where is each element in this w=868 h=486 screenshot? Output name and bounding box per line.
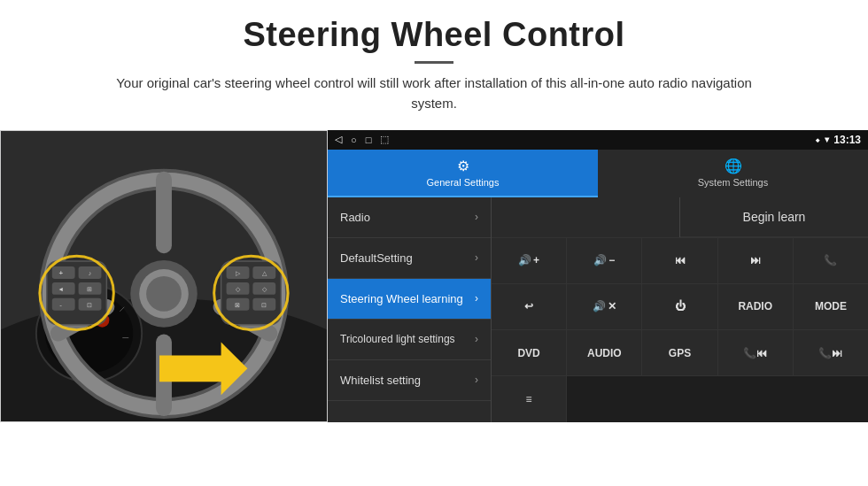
steering-wheel-image: + ◄ - ♪ ⊞ ⊡ ▷ ◇ ⊠ △ ◇ ⊡ xyxy=(0,130,328,422)
svg-rect-24 xyxy=(52,297,75,310)
radio-button[interactable]: RADIO xyxy=(718,284,794,329)
svg-text:⊠: ⊠ xyxy=(235,301,240,307)
vol-up-button[interactable]: 🔊+ xyxy=(492,238,567,283)
general-settings-icon: ⚙ xyxy=(457,158,469,174)
power-button[interactable]: ⏻ xyxy=(642,284,717,329)
tab-general-settings[interactable]: ⚙ General Settings xyxy=(328,150,598,197)
time-display: 13:13 xyxy=(833,134,861,146)
phone-prev-icon: 📞⏮ xyxy=(743,347,767,359)
status-left: ◁ ○ □ ⬚ xyxy=(335,134,389,145)
hang-up-icon: ↩ xyxy=(524,300,533,312)
gps-label: GPS xyxy=(669,347,691,359)
right-controls: Begin learn 🔊+ 🔊− xyxy=(492,197,868,422)
menu-whitelist-label: Whitelist setting xyxy=(340,374,421,387)
svg-text:♪: ♪ xyxy=(89,270,91,276)
svg-text:⊡: ⊡ xyxy=(261,301,267,307)
tab-system-settings[interactable]: 🌐 System Settings xyxy=(598,150,868,197)
phone-button[interactable]: 📞 xyxy=(794,238,868,283)
menu-tricoloured-label: Tricoloured light settings xyxy=(340,333,455,345)
header-section: Steering Wheel Control Your original car… xyxy=(0,0,868,123)
tab-system-label: System Settings xyxy=(698,177,768,188)
chevron-icon: › xyxy=(475,374,478,386)
audio-button[interactable]: AUDIO xyxy=(567,330,642,375)
phone-next-button[interactable]: 📞⏭ xyxy=(794,330,868,375)
chevron-icon: › xyxy=(475,333,478,345)
vol-down-button[interactable]: 🔊− xyxy=(567,238,642,283)
wifi-icon: ▾ xyxy=(825,135,829,144)
status-bar: ◁ ○ □ ⬚ ⬥ ▾ 13:13 xyxy=(328,130,868,150)
page-title: Steering Wheel Control xyxy=(53,16,815,54)
menu-whitelist[interactable]: Whitelist setting › xyxy=(328,360,491,401)
home-icon[interactable]: ○ xyxy=(351,135,357,145)
audio-label: AUDIO xyxy=(587,347,622,359)
prev-track-button[interactable]: ⏮ xyxy=(642,238,717,283)
prev-icon: ⏮ xyxy=(675,254,686,266)
screenshot-icon[interactable]: ⬚ xyxy=(380,134,389,145)
menu-default-label: DefaultSetting xyxy=(340,251,413,265)
control-row-1: 🔊+ 🔊− ⏮ ⏭ 📞 xyxy=(492,238,868,284)
vol-down-icon: 🔊 xyxy=(593,254,607,266)
tab-general-label: General Settings xyxy=(427,177,500,188)
svg-text:⊞: ⊞ xyxy=(88,285,93,291)
power-icon: ⏻ xyxy=(675,300,686,312)
android-panel: ◁ ○ □ ⬚ ⬥ ▾ 13:13 ⚙ General Settings xyxy=(328,130,868,422)
chevron-icon: › xyxy=(475,251,478,264)
hang-up-button[interactable]: ↩ xyxy=(492,284,567,329)
gps-button[interactable]: GPS xyxy=(642,330,717,375)
phone-icon: 📞 xyxy=(824,254,837,266)
control-row-3: DVD AUDIO GPS 📞⏮ xyxy=(492,330,868,376)
control-row-4: ≡ xyxy=(492,376,868,421)
radio-label: RADIO xyxy=(738,300,772,312)
svg-text:⊡: ⊡ xyxy=(88,301,93,307)
location-icon: ⬥ xyxy=(815,135,820,144)
subtitle: Your original car's steering wheel contr… xyxy=(115,73,753,114)
mode-button[interactable]: MODE xyxy=(794,284,868,329)
back-icon[interactable]: ◁ xyxy=(335,134,342,145)
dvd-button[interactable]: DVD xyxy=(492,330,567,375)
svg-text:-: - xyxy=(59,300,62,308)
empty-row-4 xyxy=(567,376,868,421)
menu-tricoloured[interactable]: Tricoloured light settings › xyxy=(328,320,491,360)
svg-point-18 xyxy=(146,276,182,312)
svg-text:◄: ◄ xyxy=(58,285,64,291)
phone-prev-button[interactable]: 📞⏮ xyxy=(718,330,794,375)
top-control-row: Begin learn xyxy=(492,197,868,238)
tab-bar: ⚙ General Settings 🌐 System Settings xyxy=(328,150,868,197)
recents-icon[interactable]: □ xyxy=(366,135,372,145)
svg-text:+: + xyxy=(58,269,63,277)
next-icon: ⏭ xyxy=(750,254,761,266)
chevron-icon: › xyxy=(475,211,478,223)
menu-default-setting[interactable]: DefaultSetting › xyxy=(328,238,491,279)
controls-grid: 🔊+ 🔊− ⏮ ⏭ 📞 xyxy=(492,238,868,422)
status-right: ⬥ ▾ 13:13 xyxy=(815,134,861,146)
menu-list-button[interactable]: ≡ xyxy=(492,376,567,421)
system-settings-icon: 🌐 xyxy=(725,158,742,174)
chevron-icon: › xyxy=(475,292,478,305)
menu-steering-wheel[interactable]: Steering Wheel learning › xyxy=(328,279,491,320)
phone-next-icon: 📞⏭ xyxy=(818,347,842,359)
title-divider xyxy=(415,61,453,64)
mute-button[interactable]: 🔊✕ xyxy=(567,284,642,329)
control-row-2: ↩ 🔊✕ ⏻ RADIO MO xyxy=(492,284,868,330)
left-menu: Radio › DefaultSetting › Steering Wheel … xyxy=(328,197,492,422)
svg-rect-20 xyxy=(52,266,75,279)
dvd-label: DVD xyxy=(517,347,539,359)
vol-up-icon: 🔊 xyxy=(518,254,531,266)
menu-radio[interactable]: Radio › xyxy=(328,197,491,238)
empty-slot xyxy=(492,197,680,237)
menu-list-icon: ≡ xyxy=(525,393,531,405)
menu-steering-label: Steering Wheel learning xyxy=(340,292,463,305)
main-split: Radio › DefaultSetting › Steering Wheel … xyxy=(328,197,868,422)
next-track-button[interactable]: ⏭ xyxy=(718,238,794,283)
mute-icon: 🔊 xyxy=(593,300,606,312)
page-wrapper: Steering Wheel Control Your original car… xyxy=(0,0,868,486)
mode-label: MODE xyxy=(815,300,847,312)
content-area: + ◄ - ♪ ⊞ ⊡ ▷ ◇ ⊠ △ ◇ ⊡ xyxy=(0,130,868,487)
begin-learn-button[interactable]: Begin learn xyxy=(680,197,868,237)
menu-radio-label: Radio xyxy=(340,211,370,224)
